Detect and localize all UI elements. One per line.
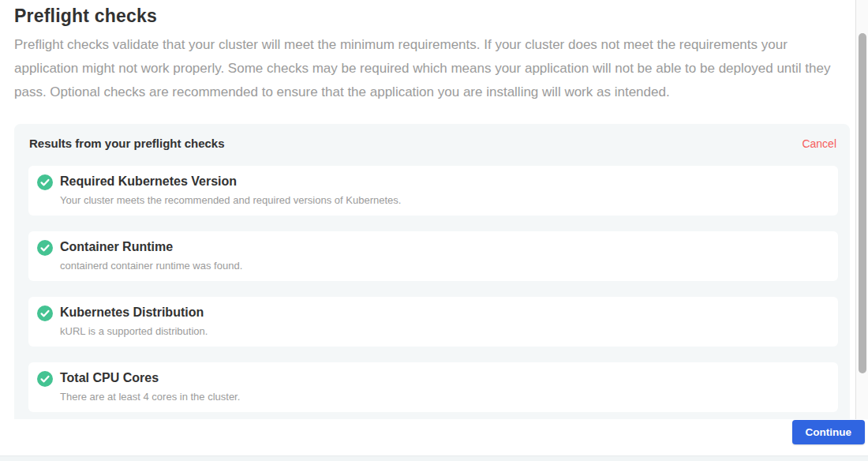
panel-header: Results from your preflight checks Cance… xyxy=(28,135,838,150)
action-footer: Continue xyxy=(0,419,868,455)
scroll-area: Preflight checks Preflight checks valida… xyxy=(0,0,855,419)
check-message: Your cluster meets the recommended and r… xyxy=(60,194,401,206)
check-title: Container Runtime xyxy=(60,239,242,255)
preflight-check-row: Total CPU Cores There are at least 4 cor… xyxy=(28,362,838,412)
preflight-check-row: Container Runtime containerd container r… xyxy=(28,231,838,281)
check-title: Required Kubernetes Version xyxy=(60,174,401,189)
preflight-page: Preflight checks Preflight checks valida… xyxy=(0,0,868,461)
page-title: Preflight checks xyxy=(14,6,855,27)
check-text: Total CPU Cores There are at least 4 cor… xyxy=(60,370,240,403)
check-title: Kubernetes Distribution xyxy=(60,305,208,320)
check-message: containerd container runtime was found. xyxy=(60,260,242,272)
cancel-link[interactable]: Cancel xyxy=(802,137,836,150)
preflight-results-panel: Results from your preflight checks Cance… xyxy=(14,124,850,419)
check-circle-icon xyxy=(37,240,53,256)
preflight-check-row: Kubernetes Distribution kURL is a suppor… xyxy=(28,297,838,347)
check-title: Total CPU Cores xyxy=(60,370,240,386)
vertical-scrollbar[interactable] xyxy=(855,0,868,419)
check-circle-icon xyxy=(37,305,53,321)
continue-button[interactable]: Continue xyxy=(792,420,866,444)
check-message: kURL is a supported distribution. xyxy=(60,325,208,337)
check-text: Required Kubernetes Version Your cluster… xyxy=(60,174,401,206)
results-heading: Results from your preflight checks xyxy=(29,137,225,150)
page-description: Preflight checks validate that your clus… xyxy=(14,33,840,104)
check-circle-icon xyxy=(37,174,53,190)
check-circle-icon xyxy=(37,371,53,387)
bottom-strip xyxy=(0,455,868,461)
check-text: Container Runtime containerd container r… xyxy=(60,239,242,272)
check-message: There are at least 4 cores in the cluste… xyxy=(60,391,240,403)
preflight-check-row: Required Kubernetes Version Your cluster… xyxy=(28,166,838,216)
scrollbar-thumb[interactable] xyxy=(859,33,866,373)
check-text: Kubernetes Distribution kURL is a suppor… xyxy=(60,305,208,337)
